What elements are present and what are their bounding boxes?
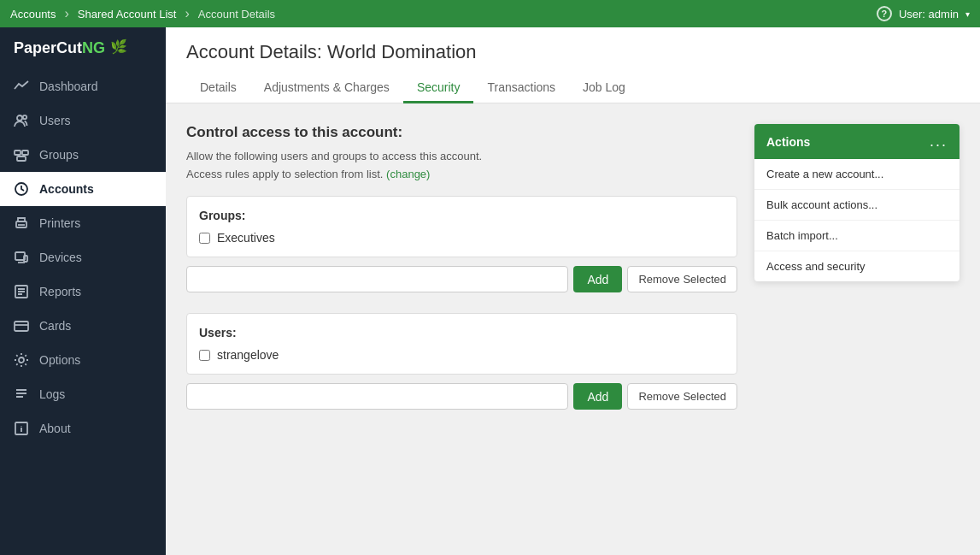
options-icon xyxy=(14,352,29,368)
sidebar-label-options: Options xyxy=(39,353,80,367)
groups-select[interactable] xyxy=(186,266,568,292)
groups-add-row: Add Remove Selected xyxy=(186,266,737,292)
tabs: Details Adjustments & Charges Security T… xyxy=(186,74,959,103)
sidebar-item-dashboard[interactable]: Dashboard xyxy=(0,69,166,103)
groups-add-button[interactable]: Add xyxy=(573,266,622,292)
change-link[interactable]: (change) xyxy=(386,168,430,180)
sidebar-label-logs: Logs xyxy=(39,387,65,401)
action-access-security[interactable]: Access and security xyxy=(754,251,959,281)
control-heading: Control access to this account: xyxy=(186,124,737,141)
tab-job-log[interactable]: Job Log xyxy=(569,74,639,103)
sidebar-item-about[interactable]: About xyxy=(0,411,166,446)
groups-checkbox-row: Executives xyxy=(199,231,725,245)
actions-header-label: Actions xyxy=(766,135,810,149)
tab-security[interactable]: Security xyxy=(403,74,474,103)
content-area: Account Details: World Domination Detail… xyxy=(166,27,980,555)
page-title: Account Details: World Domination xyxy=(186,41,959,63)
sidebar-item-printers[interactable]: Printers xyxy=(0,206,166,240)
tab-details[interactable]: Details xyxy=(186,74,250,103)
accounts-icon xyxy=(14,181,29,197)
breadcrumb-accounts[interactable]: Accounts xyxy=(10,8,64,21)
sidebar-item-groups[interactable]: Groups xyxy=(0,138,166,172)
breadcrumb-shared-account-list[interactable]: Shared Account List xyxy=(69,8,185,21)
users-remove-button[interactable]: Remove Selected xyxy=(627,383,737,410)
svg-rect-3 xyxy=(22,151,28,155)
main-content: Control access to this account: Allow th… xyxy=(186,124,737,430)
breadcrumb: Accounts › Shared Account List › Account… xyxy=(10,6,877,21)
page-body: Control access to this account: Allow th… xyxy=(166,103,980,555)
logo-text: PaperCutNG xyxy=(14,39,105,57)
strangelove-checkbox[interactable] xyxy=(199,350,210,361)
action-batch-import[interactable]: Batch import... xyxy=(754,221,959,251)
logs-icon xyxy=(14,387,29,402)
action-bulk-account-actions[interactable]: Bulk account actions... xyxy=(754,190,959,221)
actions-header: Actions ... xyxy=(754,124,959,159)
user-dropdown-icon[interactable]: ▾ xyxy=(965,9,970,19)
strangelove-label: strangelove xyxy=(217,348,279,362)
about-icon xyxy=(14,421,29,436)
logo-ng: NG xyxy=(82,39,105,56)
sidebar-item-cards[interactable]: Cards xyxy=(0,309,166,343)
sidebar-item-devices[interactable]: Devices xyxy=(0,240,166,275)
reports-icon xyxy=(14,284,29,299)
page-header: Account Details: World Domination Detail… xyxy=(166,27,980,103)
top-bar-right: ? User: admin ▾ xyxy=(877,6,970,21)
users-add-button[interactable]: Add xyxy=(573,383,622,410)
printers-icon xyxy=(14,216,29,231)
executives-label: Executives xyxy=(217,231,275,245)
sidebar-label-printers: Printers xyxy=(39,216,80,230)
cards-icon xyxy=(14,318,29,334)
side-panel: Actions ... Create a new account... Bulk… xyxy=(754,124,959,430)
actions-panel: Actions ... Create a new account... Bulk… xyxy=(754,124,959,281)
svg-rect-10 xyxy=(15,322,28,331)
access-rules-line: Access rules apply to selection from lis… xyxy=(186,168,737,180)
users-add-row: Add Remove Selected xyxy=(186,383,737,410)
help-icon[interactable]: ? xyxy=(877,6,892,21)
actions-dots[interactable]: ... xyxy=(930,133,948,151)
sidebar-item-accounts[interactable]: Accounts xyxy=(0,172,166,206)
users-label: Users: xyxy=(199,326,725,339)
svg-point-1 xyxy=(23,115,26,119)
control-desc: Allow the following users and groups to … xyxy=(186,150,737,162)
svg-rect-8 xyxy=(24,256,27,262)
svg-point-0 xyxy=(17,115,22,121)
user-label[interactable]: User: admin xyxy=(899,8,959,21)
sidebar-label-accounts: Accounts xyxy=(39,182,94,196)
sidebar-item-options[interactable]: Options xyxy=(0,343,166,377)
action-create-new-account[interactable]: Create a new account... xyxy=(754,159,959,190)
svg-point-11 xyxy=(19,357,24,363)
svg-rect-2 xyxy=(15,151,21,155)
sidebar-label-devices: Devices xyxy=(39,251,82,264)
svg-rect-4 xyxy=(17,156,26,161)
users-box: Users: strangelove xyxy=(186,313,737,375)
groups-icon xyxy=(14,147,29,162)
tab-adjustments[interactable]: Adjustments & Charges xyxy=(250,74,403,103)
sidebar-nav: Dashboard Users xyxy=(0,69,166,555)
logo-leaf-icon: 🌿 xyxy=(110,38,127,55)
tab-transactions[interactable]: Transactions xyxy=(473,74,569,103)
top-bar: Accounts › Shared Account List › Account… xyxy=(0,0,980,27)
executives-checkbox[interactable] xyxy=(199,233,210,244)
sidebar-item-reports[interactable]: Reports xyxy=(0,275,166,309)
sidebar-item-users[interactable]: Users xyxy=(0,103,166,138)
sidebar-label-cards: Cards xyxy=(39,319,71,333)
breadcrumb-account-details: Account Details xyxy=(190,8,284,21)
sidebar-label-groups: Groups xyxy=(39,148,79,162)
sidebar-label-dashboard: Dashboard xyxy=(39,80,98,93)
sidebar-item-logs[interactable]: Logs xyxy=(0,377,166,411)
sidebar-label-reports: Reports xyxy=(39,285,81,298)
groups-remove-button[interactable]: Remove Selected xyxy=(627,266,737,292)
sidebar-label-about: About xyxy=(39,422,71,435)
two-col-layout: Control access to this account: Allow th… xyxy=(186,124,959,430)
access-rules-text: Access rules apply to selection from lis… xyxy=(186,168,383,180)
users-select[interactable] xyxy=(186,383,568,410)
users-icon xyxy=(14,113,29,128)
groups-label: Groups: xyxy=(199,209,725,222)
devices-icon xyxy=(14,250,29,265)
dashboard-icon xyxy=(14,79,29,94)
sidebar: PaperCutNG 🌿 Dashboard xyxy=(0,27,166,555)
groups-box: Groups: Executives xyxy=(186,196,737,257)
users-checkbox-row: strangelove xyxy=(199,348,725,362)
sidebar-label-users: Users xyxy=(39,114,71,127)
logo-area: PaperCutNG 🌿 xyxy=(0,27,166,69)
